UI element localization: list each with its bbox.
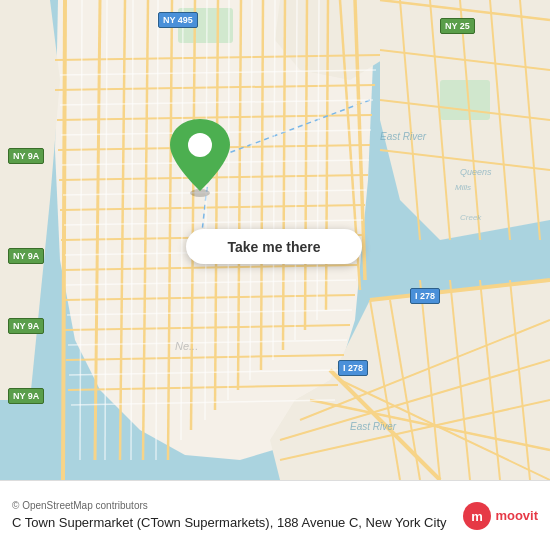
bottom-bar: © OpenStreetMap contributors C Town Supe… [0,480,550,550]
svg-line-19 [59,175,368,180]
svg-line-22 [62,265,358,270]
svg-text:Ne...: Ne... [175,340,198,352]
svg-text:East River: East River [380,131,427,142]
svg-line-63 [62,160,369,165]
svg-line-59 [317,0,319,320]
svg-line-23 [63,295,355,300]
svg-line-34 [490,0,510,240]
svg-line-69 [68,340,347,345]
svg-line-58 [295,0,297,340]
svg-line-8 [215,0,218,410]
svg-line-11 [283,0,285,350]
moovit-icon: m [463,502,491,530]
svg-line-62 [61,130,371,135]
svg-line-42 [390,300,420,480]
svg-line-16 [55,85,375,90]
svg-line-37 [280,400,550,460]
svg-line-57 [273,0,275,360]
shield-i278-1: I 278 [410,288,440,304]
svg-text:Creek: Creek [460,213,482,222]
moovit-logo: m moovit [463,502,538,530]
svg-line-68 [67,310,352,315]
svg-line-46 [510,280,530,480]
attribution-text: © OpenStreetMap contributors [12,500,451,511]
svg-line-47 [210,100,370,160]
svg-line-51 [131,0,133,460]
svg-line-9 [238,0,241,390]
svg-text:East River: East River [350,421,397,432]
svg-line-33 [460,0,480,240]
svg-line-67 [66,280,356,285]
svg-line-44 [450,280,470,480]
shield-i278-2: I 278 [338,360,368,376]
svg-line-45 [480,280,500,480]
svg-line-29 [380,100,550,120]
svg-line-40 [340,380,550,480]
shield-ny9a-4: NY 9A [8,388,44,404]
svg-line-17 [57,115,372,120]
svg-line-52 [156,0,158,460]
svg-line-4 [120,0,125,460]
shield-ny9a-2: NY 9A [8,248,44,264]
svg-text:m: m [472,509,484,524]
svg-rect-2 [440,80,490,120]
shield-ny9a-3: NY 9A [8,318,44,334]
svg-line-27 [380,0,550,20]
svg-line-64 [63,190,366,195]
svg-line-32 [430,0,450,240]
svg-point-78 [190,189,210,197]
svg-point-79 [188,133,212,157]
svg-line-30 [380,150,550,170]
svg-line-24 [64,325,350,330]
svg-line-3 [95,0,100,460]
svg-line-60 [60,70,376,75]
svg-line-20 [60,205,365,210]
location-name: C Town Supermarket (CTown Supermarkets),… [12,515,451,532]
bottom-info: © OpenStreetMap contributors C Town Supe… [12,500,451,532]
svg-line-41 [370,300,400,480]
svg-line-71 [71,400,335,405]
svg-line-7 [191,0,195,430]
map-container: East River East River Queens Mills Creek… [0,0,550,480]
svg-line-28 [380,50,550,70]
svg-line-70 [69,370,341,375]
svg-line-25 [66,355,344,360]
shield-ny495: NY 495 [158,12,198,28]
svg-line-36 [280,360,550,440]
svg-line-55 [228,0,229,400]
svg-line-54 [205,0,207,420]
svg-line-56 [250,0,252,380]
svg-line-26 [68,385,338,390]
svg-line-43 [420,280,440,480]
svg-line-35 [520,0,540,240]
svg-line-10 [261,0,263,370]
svg-line-12 [305,0,307,330]
svg-text:Queens: Queens [460,167,492,177]
svg-line-49 [80,0,82,460]
svg-line-18 [58,145,370,150]
svg-line-39 [310,400,550,450]
take-me-there-button[interactable]: Take me there [186,229,362,264]
shield-ny9a-1: NY 9A [8,148,44,164]
svg-line-6 [168,0,172,460]
svg-line-53 [181,0,183,440]
svg-line-61 [60,100,373,105]
svg-line-31 [400,0,420,240]
svg-line-5 [143,0,148,460]
svg-line-65 [64,220,363,225]
shield-ny25: NY 25 [440,18,475,34]
svg-line-50 [105,0,107,460]
svg-line-15 [55,55,380,60]
moovit-brand-name: moovit [495,508,538,523]
svg-text:Mills: Mills [455,183,471,192]
